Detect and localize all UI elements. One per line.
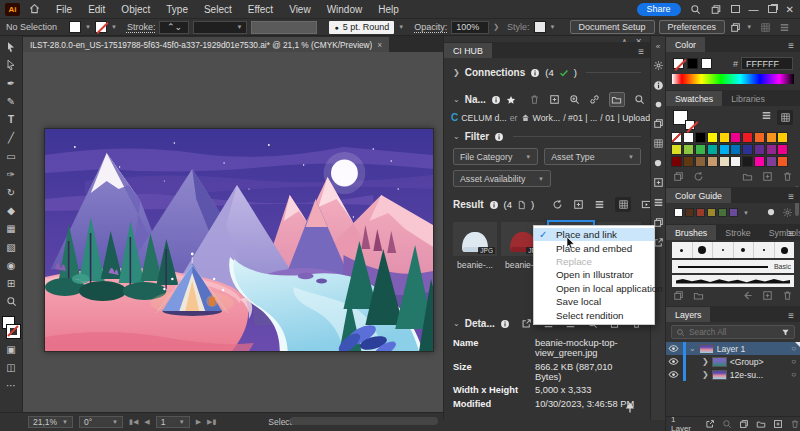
- style-dropdown-icon[interactable]: ▼: [550, 24, 556, 30]
- swatch[interactable]: [766, 132, 777, 143]
- hex-field[interactable]: FFFFFF: [741, 57, 793, 70]
- clipping-mask-icon[interactable]: [739, 419, 749, 429]
- menu-effect[interactable]: Effect: [240, 2, 281, 17]
- new-swatch-icon[interactable]: [762, 171, 773, 182]
- layer-name[interactable]: <Group>: [730, 357, 764, 367]
- chevron-right-icon[interactable]: ❯: [702, 370, 709, 379]
- sphere-panel-icon[interactable]: [653, 158, 663, 168]
- swatch[interactable]: [696, 208, 705, 217]
- new-sublayer-icon[interactable]: [756, 419, 766, 429]
- layer-row[interactable]: ❯ 12e-su... ○: [666, 368, 800, 381]
- tab-libraries[interactable]: Libraries: [722, 91, 774, 106]
- swatches-panel-icon[interactable]: [653, 118, 664, 129]
- stroke-swatch[interactable]: [95, 21, 107, 33]
- chevron-right-icon[interactable]: ❯: [453, 68, 460, 77]
- target-circle-icon[interactable]: ○: [791, 357, 796, 366]
- menu-window[interactable]: Window: [319, 2, 371, 17]
- gear-panel-icon[interactable]: [653, 60, 664, 71]
- swatch[interactable]: [695, 132, 706, 143]
- swatch[interactable]: [777, 156, 788, 167]
- list-view-icon[interactable]: [594, 199, 605, 210]
- brush-charcoal-row[interactable]: [672, 275, 794, 287]
- chevron-down-icon[interactable]: ⌄: [453, 132, 460, 141]
- menu-file[interactable]: File: [48, 2, 80, 17]
- swatch-grid-view-button[interactable]: [777, 110, 793, 125]
- edit-colors-icon[interactable]: [782, 207, 793, 218]
- selection-tool[interactable]: [3, 40, 20, 54]
- info-icon[interactable]: [491, 95, 501, 105]
- menu-item-save-local[interactable]: Save local: [534, 295, 654, 308]
- home-icon[interactable]: [521, 113, 530, 122]
- tab-cihub[interactable]: CI HUB: [444, 43, 492, 58]
- chevron-down-icon[interactable]: ⌄: [453, 319, 460, 328]
- minimize-button[interactable]: —: [749, 4, 759, 15]
- style-swatch[interactable]: [534, 21, 546, 33]
- search-icon[interactable]: [634, 94, 645, 105]
- new-layer-icon[interactable]: [773, 419, 783, 429]
- menu-item-place-and-link[interactable]: ✓ Place and link: [534, 228, 654, 241]
- stroke-weight-select[interactable]: ▼: [193, 21, 247, 34]
- last-artboard-icon[interactable]: ▶▮: [207, 418, 216, 426]
- swatch[interactable]: [671, 144, 682, 155]
- swatch[interactable]: [695, 156, 706, 167]
- swatch[interactable]: [671, 156, 682, 167]
- arrange-documents-icon[interactable]: [729, 22, 742, 33]
- menu-item-select-rendition[interactable]: Select rendition: [534, 308, 654, 321]
- line-segment-tool[interactable]: ╱: [3, 131, 20, 145]
- tab-stroke[interactable]: Stroke: [716, 225, 759, 240]
- delete-layer-icon[interactable]: [790, 419, 800, 429]
- pen-tool[interactable]: ✒: [3, 76, 20, 90]
- info-icon[interactable]: [500, 319, 510, 329]
- asset-type-select[interactable]: Asset Type▼: [544, 148, 641, 165]
- color-menu-icon[interactable]: ≡: [788, 40, 794, 51]
- menu-item-place-and-embed[interactable]: Place and embed: [534, 241, 654, 254]
- swatch[interactable]: [683, 144, 694, 155]
- color-panel-icon[interactable]: [654, 100, 663, 109]
- menu-item-open-in-illustrator[interactable]: Open in Illustrator: [534, 268, 654, 281]
- layer-row-selected[interactable]: ⌄ Layer 1 ○: [666, 342, 800, 355]
- layers-search-input[interactable]: [689, 327, 777, 337]
- brush-dots-row[interactable]: [672, 242, 794, 258]
- color-black-swatch[interactable]: [687, 58, 698, 69]
- layer-thumbnail[interactable]: [712, 370, 727, 380]
- zoom-tool[interactable]: [3, 295, 20, 309]
- menu-view[interactable]: View: [281, 2, 319, 17]
- expand-panels-icon[interactable]: «: [656, 42, 660, 51]
- cihub-menu-icon[interactable]: ≡: [638, 46, 644, 57]
- layers-menu-icon[interactable]: ≡: [788, 310, 794, 321]
- stroke-dropdown-icon[interactable]: ▼: [111, 24, 117, 30]
- variable-width-select[interactable]: [251, 21, 317, 34]
- menu-type[interactable]: Type: [158, 2, 196, 17]
- layers-search[interactable]: [671, 325, 795, 339]
- mesh-tool[interactable]: ▦: [3, 222, 20, 236]
- swatch[interactable]: [671, 132, 682, 143]
- gradient-tool[interactable]: ▧: [3, 240, 20, 254]
- swatch[interactable]: [729, 208, 738, 217]
- connections-section-header[interactable]: ❯ Connections (4 ): [444, 67, 650, 78]
- new-brush-icon[interactable]: [762, 290, 773, 301]
- artboard[interactable]: [44, 128, 434, 352]
- menu-object[interactable]: Object: [113, 2, 158, 17]
- swatch[interactable]: [719, 156, 730, 167]
- swatch[interactable]: [777, 132, 788, 143]
- tab-layers[interactable]: Layers: [666, 307, 710, 322]
- share-button[interactable]: Share: [637, 3, 681, 16]
- artboard-tool[interactable]: ⊞: [3, 276, 20, 290]
- screen-mode-button[interactable]: ◫: [3, 360, 20, 374]
- layer-row[interactable]: ❯ <Group> ○: [666, 355, 800, 368]
- swatch[interactable]: [683, 156, 694, 167]
- swatch[interactable]: [730, 144, 741, 155]
- swatch[interactable]: [707, 132, 718, 143]
- favorite-star-icon[interactable]: [506, 95, 516, 105]
- brushes-menu-icon[interactable]: ≡: [788, 228, 794, 239]
- delete-swatch-icon[interactable]: [782, 171, 793, 182]
- arrange-dropdown-icon[interactable]: ▼: [746, 24, 752, 30]
- restore-button[interactable]: [768, 5, 777, 13]
- horizontal-scrollbar[interactable]: [290, 417, 438, 425]
- chevron-down-icon[interactable]: ⌄: [689, 344, 696, 353]
- brush-dropdown-icon[interactable]: ▼: [398, 24, 404, 30]
- color-none-swatch[interactable]: [673, 58, 684, 69]
- delete-brush-icon[interactable]: [782, 290, 793, 301]
- swatch[interactable]: [707, 208, 716, 217]
- gallery-icon[interactable]: [731, 5, 740, 13]
